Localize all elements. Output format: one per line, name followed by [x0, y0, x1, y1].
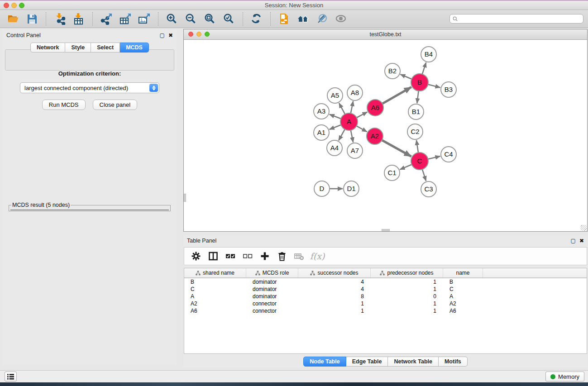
- node-A8[interactable]: A8: [347, 85, 363, 100]
- node-C2[interactable]: C2: [407, 124, 423, 139]
- network-horizontal-scrollbar[interactable]: [382, 229, 390, 231]
- edge-A-A5[interactable]: [339, 103, 345, 115]
- new-network-from-file-icon[interactable]: [277, 12, 291, 26]
- node-B2[interactable]: B2: [385, 63, 400, 79]
- edge-B-B3[interactable]: [427, 84, 440, 87]
- network-canvas[interactable]: A B C A2 A6 A1 A3 A4 A5 A7 A8 B1 B2 B3 B…: [184, 40, 587, 231]
- home-icon[interactable]: [296, 12, 310, 26]
- edge-A-A1[interactable]: [330, 124, 342, 129]
- node-B4[interactable]: B4: [421, 47, 436, 62]
- edge-C-C2[interactable]: [416, 140, 419, 153]
- node-A1[interactable]: A1: [314, 125, 329, 140]
- table-row[interactable]: Bdominator41B: [184, 278, 587, 286]
- search-input[interactable]: [449, 14, 583, 24]
- minimize-window-button[interactable]: [11, 3, 17, 8]
- deselect-all-checkboxes-icon[interactable]: [241, 250, 254, 262]
- close-table-panel-icon[interactable]: ✖: [579, 238, 584, 243]
- node-A2[interactable]: A2: [367, 128, 383, 144]
- column-header-MCDS-role[interactable]: MCDS role: [246, 268, 298, 277]
- network-zoom-button[interactable]: [205, 32, 210, 37]
- delete-column-trash-icon[interactable]: [276, 250, 288, 262]
- run-mcds-button[interactable]: Run MCDS: [42, 100, 86, 110]
- edge-B-B1[interactable]: [417, 90, 419, 103]
- edge-A2-C[interactable]: [381, 140, 411, 157]
- network-window-titlebar[interactable]: testGlobe.txt: [184, 29, 587, 40]
- node-B3[interactable]: B3: [441, 82, 456, 97]
- column-header-successor-nodes[interactable]: successor nodes: [298, 268, 371, 277]
- save-floppy-icon[interactable]: [25, 12, 39, 26]
- zoom-window-button[interactable]: [19, 3, 24, 8]
- edge-A-A2[interactable]: [356, 125, 367, 132]
- network-close-button[interactable]: [188, 32, 193, 37]
- add-column-plus-icon[interactable]: [258, 250, 271, 262]
- open-folder-icon[interactable]: [6, 12, 20, 26]
- tab-mcds[interactable]: MCDS: [120, 43, 149, 52]
- table-row[interactable]: Cdominator41C: [184, 286, 587, 293]
- node-A4[interactable]: A4: [327, 140, 342, 156]
- zoom-in-icon[interactable]: [165, 12, 179, 26]
- close-panel-button[interactable]: Close panel: [93, 100, 138, 110]
- network-minimize-button[interactable]: [196, 32, 201, 37]
- window-resize-grip[interactable]: [581, 225, 587, 231]
- node-B[interactable]: B: [411, 74, 428, 91]
- optimization-criterion-select[interactable]: largest connected component (directed): [20, 82, 159, 93]
- export-table-icon[interactable]: [119, 12, 132, 26]
- tab-motifs[interactable]: Motifs: [439, 357, 468, 367]
- edge-A-A6[interactable]: [356, 112, 367, 118]
- float-panel-icon[interactable]: ▢: [160, 33, 165, 38]
- tab-style[interactable]: Style: [65, 43, 91, 52]
- table-row[interactable]: A2connector11A2: [184, 300, 587, 307]
- column-header-shared-name[interactable]: shared name: [184, 268, 246, 277]
- zoom-fit-icon[interactable]: [203, 12, 217, 26]
- edge-B-B4[interactable]: [422, 62, 426, 75]
- import-table-icon[interactable]: [72, 12, 86, 26]
- select-all-checkboxes-icon[interactable]: [224, 250, 237, 262]
- eye-icon[interactable]: [335, 12, 348, 26]
- mcds-result-list[interactable]: A2ABCA6: [10, 210, 169, 210]
- node-A7[interactable]: A7: [347, 143, 363, 158]
- column-header-name[interactable]: name: [443, 268, 483, 277]
- table-settings-gear-icon[interactable]: [190, 250, 202, 262]
- node-B1[interactable]: B1: [408, 104, 424, 119]
- node-A5[interactable]: A5: [327, 88, 343, 103]
- node-C4[interactable]: C4: [441, 147, 456, 162]
- memory-button[interactable]: Memory: [545, 372, 584, 381]
- node-A6[interactable]: A6: [367, 100, 383, 116]
- close-window-button[interactable]: [4, 3, 9, 8]
- network-vertical-scrollbar[interactable]: [184, 194, 186, 202]
- network-graph[interactable]: A B C A2 A6 A1 A3 A4 A5 A7 A8 B1 B2 B3 B…: [184, 40, 587, 231]
- node-A3[interactable]: A3: [314, 104, 329, 119]
- tab-network-table[interactable]: Network Table: [388, 357, 439, 367]
- edge-A-A7[interactable]: [350, 129, 353, 143]
- edge-A-A8[interactable]: [350, 101, 353, 114]
- node-C1[interactable]: C1: [384, 165, 400, 181]
- node-C[interactable]: C: [411, 152, 428, 170]
- column-header-predecessor-nodes[interactable]: predecessor nodes: [371, 268, 443, 277]
- tab-node-table[interactable]: Node Table: [303, 357, 346, 367]
- column-layout-icon[interactable]: [207, 250, 220, 262]
- node-table[interactable]: shared nameMCDS rolesuccessor nodesprede…: [184, 268, 587, 354]
- import-network-icon[interactable]: [53, 12, 67, 26]
- close-panel-icon[interactable]: ✖: [168, 33, 173, 38]
- edge-A-A4[interactable]: [339, 129, 345, 141]
- tab-edge-table[interactable]: Edge Table: [346, 357, 388, 367]
- node-C3[interactable]: C3: [421, 181, 436, 197]
- node-D[interactable]: D: [314, 181, 330, 196]
- edge-A6-B[interactable]: [382, 87, 411, 104]
- export-network-icon[interactable]: [100, 12, 113, 26]
- table-row[interactable]: A6connector11A6: [184, 307, 587, 315]
- float-table-panel-icon[interactable]: ▢: [571, 238, 576, 243]
- node-A[interactable]: A: [340, 113, 358, 130]
- edge-A-A3[interactable]: [330, 114, 342, 119]
- edge-B-B2[interactable]: [401, 74, 413, 79]
- tab-select[interactable]: Select: [91, 43, 120, 52]
- tab-network[interactable]: Network: [30, 43, 65, 52]
- refresh-icon[interactable]: [250, 12, 263, 26]
- edge-C-C3[interactable]: [422, 168, 426, 181]
- export-image-icon[interactable]: [138, 12, 151, 26]
- zoom-selected-icon[interactable]: [222, 12, 236, 26]
- edge-C-C4[interactable]: [427, 156, 440, 159]
- table-row[interactable]: Adominator80A: [184, 293, 587, 300]
- node-D1[interactable]: D1: [344, 181, 359, 196]
- edge-C-C1[interactable]: [400, 164, 413, 170]
